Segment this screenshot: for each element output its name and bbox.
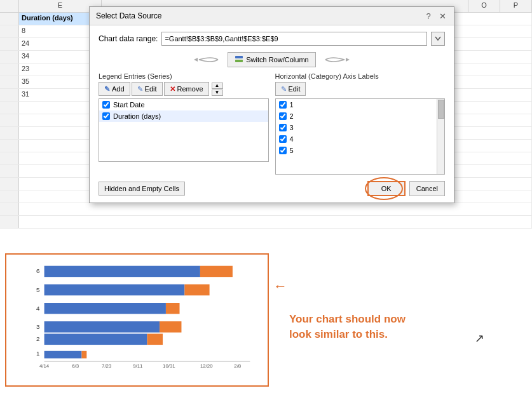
right-arrow-icon (322, 53, 351, 66)
axis-item-2: 2 (276, 110, 437, 122)
svg-rect-16 (44, 321, 160, 332)
chart-area: 6 5 4 3 2 1 4/14 6/3 7/23 9/11 10/31 12/… (5, 253, 269, 387)
data-range-row: Chart data range: (99, 32, 445, 46)
series-name-start-date: Start Date (113, 101, 145, 109)
svg-rect-12 (44, 284, 185, 295)
edit-series-button[interactable]: ✎ Edit (132, 82, 163, 96)
col-header-p: P (500, 0, 532, 12)
svg-rect-11 (200, 266, 233, 277)
svg-rect-13 (184, 284, 209, 295)
axis-scrollbar[interactable] (437, 99, 444, 174)
svg-rect-10 (44, 266, 200, 277)
svg-text:4: 4 (36, 305, 40, 312)
dialog-close-button[interactable]: ✕ (437, 11, 447, 21)
hidden-empty-cells-button[interactable]: Hidden and Empty Cells (99, 182, 185, 196)
legend-entries-panel: Legend Entries (Series) ✎ Add ✎ Edit ✕ R… (99, 72, 269, 175)
series-checkbox-start-date[interactable] (102, 101, 110, 109)
switch-icon (235, 55, 243, 64)
ok-button[interactable]: OK (367, 181, 406, 196)
cancel-button[interactable]: Cancel (409, 181, 445, 196)
dialog-help-button[interactable]: ? (423, 11, 433, 21)
remove-x-icon: ✕ (170, 85, 175, 93)
series-list: Start Date Duration (days) (99, 98, 269, 162)
axis-checkbox-2[interactable] (279, 112, 287, 120)
add-icon: ✎ (104, 85, 110, 93)
two-panels: Legend Entries (Series) ✎ Add ✎ Edit ✕ R… (99, 72, 445, 175)
svg-text:5: 5 (36, 286, 40, 293)
dialog-footer: Hidden and Empty Cells OK Cancel (99, 181, 445, 196)
dialog-titlebar: Select Data Source ? ✕ (90, 7, 454, 25)
svg-text:9/11: 9/11 (133, 363, 142, 368)
annotation-text: Your chart should now look similar to th… (289, 312, 406, 342)
svg-text:2/8: 2/8 (234, 363, 241, 368)
axis-item-5: 5 (276, 145, 437, 156)
svg-text:6: 6 (36, 267, 39, 274)
axis-labels-label: Horizontal (Category) Axis Labels (275, 72, 446, 80)
legend-toolbar: ✎ Add ✎ Edit ✕ Remove ▲ ▼ (99, 82, 269, 96)
svg-marker-3 (346, 58, 350, 62)
select-data-source-dialog: Select Data Source ? ✕ Chart data range: (89, 6, 454, 203)
gantt-chart-svg: 6 5 4 3 2 1 4/14 6/3 7/23 9/11 10/31 12/… (32, 260, 263, 368)
svg-text:4/14: 4/14 (39, 363, 50, 368)
dialog-action-buttons: OK Cancel (367, 181, 445, 196)
move-down-button[interactable]: ▼ (212, 90, 223, 96)
left-arrow-icon (193, 53, 221, 66)
svg-text:3: 3 (36, 323, 39, 330)
svg-rect-15 (166, 303, 180, 314)
axis-toolbar: ✎ Edit (275, 82, 446, 96)
axis-checkbox-5[interactable] (279, 147, 287, 154)
switch-btn-label: Switch Row/Column (246, 56, 308, 63)
svg-text:12/20: 12/20 (200, 363, 213, 368)
dialog-body: Chart data range: Switch (90, 25, 454, 203)
edit-icon: ✎ (137, 85, 143, 93)
svg-text:10/31: 10/31 (163, 363, 175, 368)
svg-marker-0 (194, 58, 198, 62)
axis-scrollbar-thumb (438, 100, 444, 119)
svg-rect-19 (147, 334, 163, 345)
ok-btn-wrapper: OK (367, 181, 406, 196)
svg-rect-17 (160, 321, 181, 332)
remove-series-button[interactable]: ✕ Remove (164, 82, 209, 96)
svg-rect-1 (235, 56, 243, 58)
svg-text:2: 2 (36, 335, 39, 342)
svg-text:1: 1 (36, 350, 39, 357)
up-down-controls: ▲ ▼ (212, 83, 223, 96)
axis-item-4: 4 (276, 133, 437, 145)
axis-checkbox-1[interactable] (279, 101, 287, 109)
col-header-o: O (468, 0, 500, 12)
dialog-window-controls: ? ✕ (423, 11, 447, 21)
svg-rect-14 (44, 303, 166, 314)
mouse-cursor-icon: ↖ (475, 331, 484, 345)
axis-item-1: 1 (276, 99, 437, 110)
series-name-duration: Duration (days) (113, 112, 161, 120)
axis-item-3: 3 (276, 122, 437, 133)
axis-edit-icon: ✎ (281, 85, 287, 93)
data-range-label: Chart data range: (99, 34, 158, 43)
series-item-start-date[interactable]: Start Date (99, 99, 268, 110)
switch-row-area: Switch Row/Column (99, 52, 445, 67)
edit-axis-button[interactable]: ✎ Edit (275, 82, 306, 96)
series-checkbox-duration[interactable] (102, 112, 110, 120)
svg-rect-21 (81, 351, 86, 359)
switch-row-column-button[interactable]: Switch Row/Column (228, 52, 315, 67)
duration-header-cell: Duration (days) (19, 13, 95, 25)
dialog-title: Select Data Source (96, 11, 161, 20)
collapse-range-button[interactable] (431, 32, 445, 46)
annotation-arrow-icon: ← (273, 278, 287, 295)
axis-labels-panel: Horizontal (Category) Axis Labels ✎ Edit… (275, 72, 446, 175)
data-range-input[interactable] (161, 32, 427, 46)
add-series-button[interactable]: ✎ Add (99, 82, 130, 96)
legend-entries-label: Legend Entries (Series) (99, 72, 269, 80)
svg-text:6/3: 6/3 (72, 363, 79, 368)
svg-rect-18 (44, 334, 147, 345)
axis-list: 1 2 3 4 (275, 98, 446, 175)
series-item-duration[interactable]: Duration (days) (99, 110, 268, 122)
svg-rect-2 (235, 60, 243, 62)
axis-checkbox-3[interactable] (279, 124, 287, 131)
svg-text:7/23: 7/23 (102, 363, 111, 368)
move-up-button[interactable]: ▲ (212, 83, 223, 89)
svg-rect-20 (44, 351, 82, 359)
axis-checkbox-4[interactable] (279, 135, 287, 143)
